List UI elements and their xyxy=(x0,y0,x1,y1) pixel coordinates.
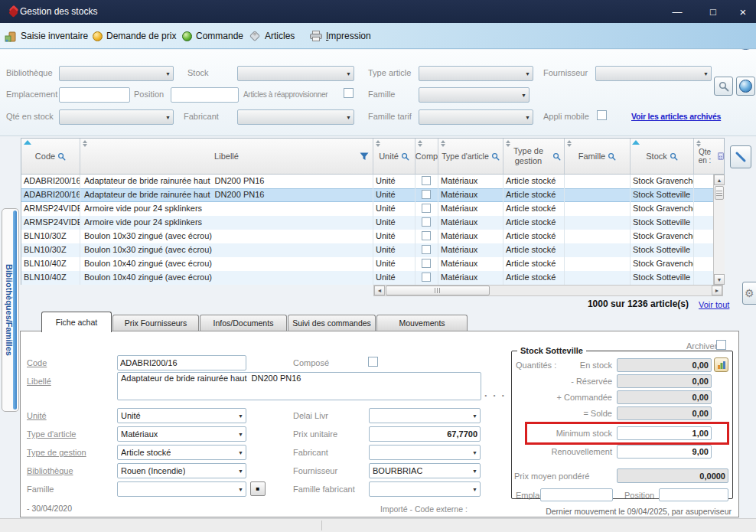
scrollbar-thumb[interactable] xyxy=(386,286,490,295)
position-input[interactable] xyxy=(659,488,728,501)
filter-famille-combo[interactable]: ▼ xyxy=(419,87,530,103)
column-search-icon[interactable] xyxy=(57,152,66,161)
form-type-gestion-combo[interactable]: Article stocké▼ xyxy=(117,445,246,460)
form-libelle-label[interactable]: Libellé xyxy=(27,377,51,386)
libelle-expand-button[interactable]: . . . xyxy=(484,387,506,399)
compose-checkbox[interactable] xyxy=(422,190,431,199)
column-header-libelle[interactable]: Libellé xyxy=(80,139,373,174)
column-header-type-article[interactable]: Type d'article xyxy=(438,139,503,174)
tab-mouvements[interactable]: Mouvements xyxy=(376,315,468,331)
filter-search-button[interactable] xyxy=(714,77,733,96)
column-search-icon[interactable] xyxy=(491,152,500,161)
tab-fiche-achat[interactable]: Fiche achat xyxy=(41,312,112,332)
compose-checkbox[interactable] xyxy=(422,176,431,185)
column-resize-icon[interactable] xyxy=(440,140,445,147)
form-famille-combo[interactable]: ▼ xyxy=(117,481,246,497)
scroll-up-icon[interactable]: ▲ xyxy=(714,175,725,185)
toolbar-item-articles[interactable]: Articles xyxy=(249,23,295,49)
filter-famille-tarif-combo[interactable]: ▼ xyxy=(419,109,533,125)
form-unite-label[interactable]: Unité xyxy=(27,411,47,420)
close-button[interactable]: × xyxy=(730,0,756,23)
settings-gear-button[interactable]: ⚙ xyxy=(742,282,756,305)
form-type-article-label[interactable]: Type d'article xyxy=(27,429,76,439)
tab-prix-fournisseurs[interactable]: Prix Fournisseurs xyxy=(112,315,199,331)
form-code-label[interactable]: Code xyxy=(27,358,47,367)
form-prix-unitaire-input[interactable] xyxy=(369,426,481,442)
column-search-icon[interactable] xyxy=(670,152,678,161)
column-resize-icon[interactable] xyxy=(417,140,422,147)
minimize-button[interactable]: — xyxy=(664,0,690,23)
table-row[interactable]: BLN10/40Z Boulon 10x40 zingué (avec écro… xyxy=(21,257,713,271)
compose-checkbox[interactable] xyxy=(422,273,431,282)
table-row[interactable]: BLN10/30Z Boulon 10x30 zingué (avec écro… xyxy=(21,230,713,243)
form-bibliotheque-label[interactable]: Bibliothèque xyxy=(27,466,73,475)
column-search-icon[interactable] xyxy=(401,152,409,161)
archived-articles-link[interactable]: Voir les articles archivés xyxy=(631,112,721,121)
filter-type-article-combo[interactable]: ▼ xyxy=(419,66,533,81)
table-row[interactable]: ARMSP24VIDE Armoire vide pour 24 spklink… xyxy=(21,216,713,230)
compose-checkbox[interactable] xyxy=(422,204,431,213)
filter-emplacement-input[interactable] xyxy=(59,87,130,103)
toolbar-item-saisie-inventaire[interactable]: Saisie inventaire xyxy=(5,23,88,49)
archiver-checkbox[interactable] xyxy=(716,340,726,350)
minimum-stock-input[interactable] xyxy=(617,426,712,440)
compose-checkbox[interactable] xyxy=(422,245,431,254)
form-libelle-textarea[interactable]: Adaptateur de bride rainurée haut DN200 … xyxy=(117,372,481,400)
compose-checkbox[interactable] xyxy=(422,259,431,268)
filter-appli-mobile-checkbox[interactable] xyxy=(597,110,607,120)
maximize-button[interactable]: □ xyxy=(700,0,726,23)
column-resize-icon[interactable] xyxy=(566,140,572,147)
form-code-input[interactable] xyxy=(117,355,246,370)
column-resize-icon[interactable] xyxy=(505,140,510,147)
table-row[interactable]: BLN10/40Z Boulon 10x40 zingué (avec écro… xyxy=(21,271,713,285)
column-header-type-gestion[interactable]: Type de gestion xyxy=(503,139,565,174)
toolbar-item-demande-de-prix[interactable]: Demande de prix xyxy=(93,23,176,49)
see-all-link[interactable]: Voir tout xyxy=(699,300,729,309)
form-delai-livr-combo[interactable]: ▼ xyxy=(369,408,481,423)
column-resize-icon[interactable] xyxy=(375,140,380,147)
filter-fabricant-combo[interactable]: ▼ xyxy=(237,109,354,125)
column-resize-icon[interactable] xyxy=(696,140,701,147)
compose-checkbox[interactable] xyxy=(422,231,431,240)
toolbar-item-impression[interactable]: Impression xyxy=(310,23,371,49)
vertical-scrollbar[interactable]: ▲ ▼ xyxy=(713,175,725,285)
filter-fournisseur-combo[interactable]: ▼ xyxy=(595,66,712,81)
scroll-right-icon[interactable]: ► xyxy=(712,286,722,295)
tab-suivi-des-commandes[interactable]: Suivi des commandes xyxy=(288,315,376,331)
edit-pencil-button[interactable] xyxy=(730,145,751,168)
filter-funnel-icon[interactable] xyxy=(360,152,369,161)
filter-bibliotheque-combo[interactable]: ▼ xyxy=(59,66,174,81)
scroll-down-icon[interactable]: ▼ xyxy=(714,274,725,285)
scrollbar-thumb[interactable] xyxy=(715,186,724,200)
compose-checkbox[interactable] xyxy=(368,357,378,367)
compose-checkbox[interactable] xyxy=(422,217,431,227)
form-bibliotheque-combo[interactable]: Rouen (Incendie)▼ xyxy=(117,463,246,478)
form-fournisseur-combo[interactable]: BOURBRIAC▼ xyxy=(369,463,481,478)
renouvellement-input[interactable] xyxy=(617,445,712,459)
famille-options-button[interactable]: ■ xyxy=(250,481,266,496)
form-famille-fabricant-combo[interactable]: ▼ xyxy=(369,481,481,497)
form-unite-combo[interactable]: Unité▼ xyxy=(117,408,246,423)
horizontal-scrollbar[interactable]: ◄ ► xyxy=(373,285,723,296)
column-search-icon[interactable] xyxy=(552,152,561,161)
table-row[interactable]: ARMSP24VIDE Armoire vide pour 24 spklink… xyxy=(21,202,713,216)
filter-position-input[interactable] xyxy=(171,87,239,103)
column-header-famille[interactable]: Famille xyxy=(565,139,631,174)
table-row[interactable]: BLN10/30Z Boulon 10x30 zingué (avec écro… xyxy=(21,243,713,257)
sidebar-tab-bibliotheques-familles[interactable]: Bibliothèques/Familles xyxy=(2,208,19,412)
column-header-stock[interactable]: Stock xyxy=(631,139,694,174)
toolbar-item-commande[interactable]: Commande xyxy=(182,23,243,49)
form-fabricant-combo[interactable]: ▼ xyxy=(369,445,481,460)
filter-qte-stock-combo[interactable]: ▼ xyxy=(59,109,174,125)
table-row[interactable]: ADABRI200/16 Adaptateur de bride rainuré… xyxy=(21,175,713,188)
filter-refresh-button[interactable] xyxy=(736,77,755,96)
filter-stock-combo[interactable]: ▼ xyxy=(237,66,354,81)
table-row[interactable]: ADABRI200/16 Adaptateur de bride rainuré… xyxy=(21,188,713,202)
emplac-input[interactable] xyxy=(540,488,613,501)
form-type-article-combo[interactable]: Matériaux▼ xyxy=(117,426,246,442)
tab-infos-documents[interactable]: Infos/Documents xyxy=(200,315,287,331)
scroll-left-icon[interactable]: ◄ xyxy=(374,286,385,295)
column-search-icon[interactable] xyxy=(608,152,616,161)
filter-reappro-checkbox[interactable] xyxy=(344,88,354,98)
column-resize-icon[interactable] xyxy=(82,140,87,147)
